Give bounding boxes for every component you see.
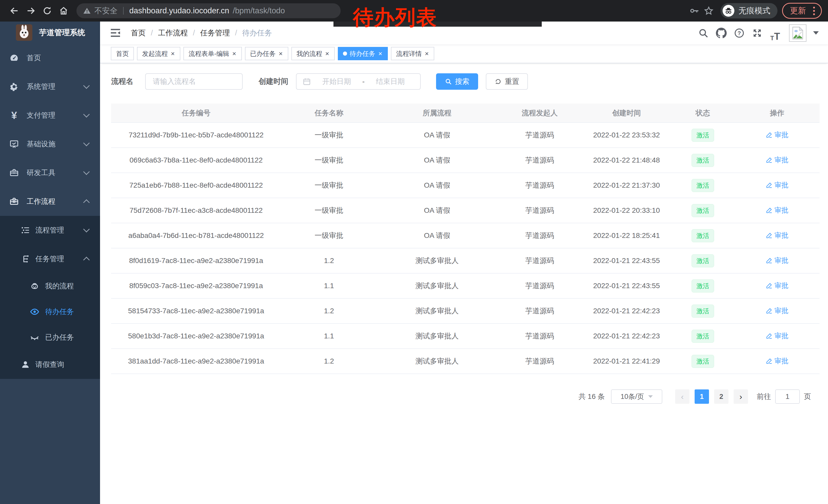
sidebar-fold-button[interactable] — [109, 27, 122, 39]
browser-home-button[interactable] — [55, 3, 72, 19]
url-host: dashboard.yudao.iocoder.cn — [129, 6, 229, 15]
cell-starter: 芋道源码 — [497, 123, 582, 148]
status-badge: 激活 — [692, 229, 714, 242]
page-button-2[interactable]: 2 — [714, 390, 729, 404]
approve-link[interactable]: 审批 — [766, 231, 788, 240]
date-range-picker[interactable]: 开始日期 - 结束日期 — [296, 73, 421, 90]
sidebar-item-system[interactable]: 系统管理 — [0, 72, 100, 101]
browser-forward-button[interactable] — [23, 3, 39, 19]
fullscreen-icon — [752, 28, 762, 39]
tab-7[interactable]: 流程详情× — [391, 47, 434, 60]
cell-status: 激活 — [671, 273, 735, 299]
approve-link[interactable]: 审批 — [766, 180, 788, 190]
gear-icon — [9, 81, 19, 92]
tab-close-icon[interactable]: × — [325, 50, 330, 57]
password-key-button[interactable] — [687, 4, 702, 18]
sidebar-item-infra[interactable]: 基础设施 — [0, 130, 100, 158]
browser-update-button[interactable]: 更新 — [782, 3, 822, 19]
fullscreen-button[interactable] — [749, 25, 765, 41]
approve-link[interactable]: 审批 — [766, 281, 788, 290]
cell-task-name: 1.2 — [281, 299, 377, 324]
sidebar-item-workflow[interactable]: 工作流程 — [0, 187, 100, 216]
total-count: 共 16 条 — [578, 392, 605, 402]
tab-5[interactable]: 我的流程× — [291, 47, 335, 60]
tab-close-icon[interactable]: × — [378, 50, 383, 57]
next-page-button[interactable]: › — [734, 390, 748, 404]
table-row: 725a1eb6-7b88-11ec-8ef0-acde48001122一级审批… — [111, 173, 820, 198]
browser-back-button[interactable] — [6, 3, 23, 19]
breadcrumb-task-mgmt[interactable]: 任务管理 — [200, 28, 230, 38]
tab-close-icon[interactable]: × — [278, 50, 283, 57]
avatar[interactable] — [789, 25, 806, 42]
approve-link[interactable]: 审批 — [766, 331, 788, 340]
approve-link[interactable]: 审批 — [766, 205, 788, 215]
address-bar[interactable]: 不安全 dashboard.yudao.iocoder.cn/bpm/task/… — [76, 3, 341, 18]
sidebar-item-my-process[interactable]: 我的流程 — [0, 273, 100, 299]
page-button-1[interactable]: 1 — [695, 390, 709, 404]
sidebar-item-done-task[interactable]: 已办任务 — [0, 325, 100, 350]
breadcrumb-workflow[interactable]: 工作流程 — [158, 28, 188, 38]
incognito-label: 无痕模式 — [739, 5, 770, 16]
bookmark-star-button[interactable] — [702, 4, 716, 18]
help-button[interactable]: ? — [731, 25, 747, 41]
col-starter: 流程发起人 — [497, 103, 582, 123]
browser-reload-button[interactable] — [39, 3, 55, 19]
avatar-dropdown-caret[interactable] — [813, 31, 819, 35]
tab-3[interactable]: 流程表单-编辑× — [183, 47, 242, 60]
font-size-button[interactable]: TT — [767, 25, 783, 41]
tab-close-icon[interactable]: × — [170, 50, 175, 57]
github-link-button[interactable] — [713, 25, 730, 41]
browser-menu-icon[interactable] — [811, 7, 817, 15]
cell-status: 激活 — [671, 123, 735, 148]
goto-page-input[interactable] — [775, 390, 800, 404]
tab-4[interactable]: 已办任务× — [245, 47, 288, 60]
approve-label: 审批 — [775, 205, 788, 215]
annotation-text: 待办列表 — [353, 7, 437, 28]
pencil-icon — [766, 358, 773, 364]
sidebar-item-process-mgmt[interactable]: 流程管理 — [0, 216, 100, 244]
tab-1[interactable]: 首页 — [111, 47, 134, 60]
sidebar-item-home[interactable]: 首页 — [0, 44, 100, 72]
breadcrumb-home[interactable]: 首页 — [131, 28, 146, 38]
app-logo-row[interactable]: 芋道管理系统 — [0, 21, 100, 44]
tab-close-icon[interactable]: × — [424, 50, 429, 57]
process-name-input[interactable] — [145, 73, 243, 90]
prev-page-button[interactable]: ‹ — [675, 390, 690, 404]
status-badge: 激活 — [692, 154, 714, 167]
sidebar-item-pay[interactable]: ¥ 支付管理 — [0, 101, 100, 130]
sidebar-item-todo-task[interactable]: 待办任务 — [0, 299, 100, 325]
tab-2[interactable]: 发起流程× — [137, 47, 180, 60]
approve-link[interactable]: 审批 — [766, 155, 788, 165]
tab-6[interactable]: 待办任务× — [338, 47, 388, 60]
search-button[interactable]: 搜索 — [436, 73, 478, 90]
sidebar-item-leave-query[interactable]: 请假查询 — [0, 350, 100, 379]
cell-starter: 芋道源码 — [497, 148, 582, 173]
approve-link[interactable]: 审批 — [766, 356, 788, 366]
cell-process: 测试多审批人 — [377, 299, 497, 324]
reset-button[interactable]: 重置 — [486, 73, 528, 90]
sidebar-item-task-mgmt[interactable]: 任务管理 — [0, 244, 100, 273]
process-name-label: 流程名 — [111, 77, 133, 87]
pagination: 共 16 条 10条/页 ‹ 12 › 前往 页 — [111, 390, 820, 404]
header-search-button[interactable] — [695, 25, 711, 41]
cell-task-id: 725a1eb6-7b88-11ec-8ef0-acde48001122 — [111, 173, 281, 198]
cell-task-name: 一级审批 — [281, 223, 377, 248]
tab-close-icon[interactable]: × — [232, 50, 237, 57]
cell-process: 测试多审批人 — [377, 248, 497, 273]
cell-status: 激活 — [671, 248, 735, 273]
approve-label: 审批 — [775, 155, 788, 165]
arrow-left-icon — [9, 6, 19, 16]
approve-link[interactable]: 审批 — [766, 306, 788, 315]
cell-starter: 芋道源码 — [497, 173, 582, 198]
cell-actions: 审批 — [735, 173, 820, 198]
sidebar-item-dev[interactable]: 研发工具 — [0, 158, 100, 187]
page-size-select[interactable]: 10条/页 — [611, 390, 662, 404]
approve-link[interactable]: 审批 — [766, 130, 788, 139]
cell-task-name: 1.1 — [281, 273, 377, 299]
cell-status: 激活 — [671, 223, 735, 248]
approve-link[interactable]: 审批 — [766, 256, 788, 265]
table-row: 069c6a63-7b8a-11ec-8ef0-acde48001122一级审批… — [111, 148, 820, 173]
home-icon — [59, 6, 69, 16]
cell-actions: 审批 — [735, 349, 820, 374]
eye-closed-icon — [29, 332, 40, 343]
